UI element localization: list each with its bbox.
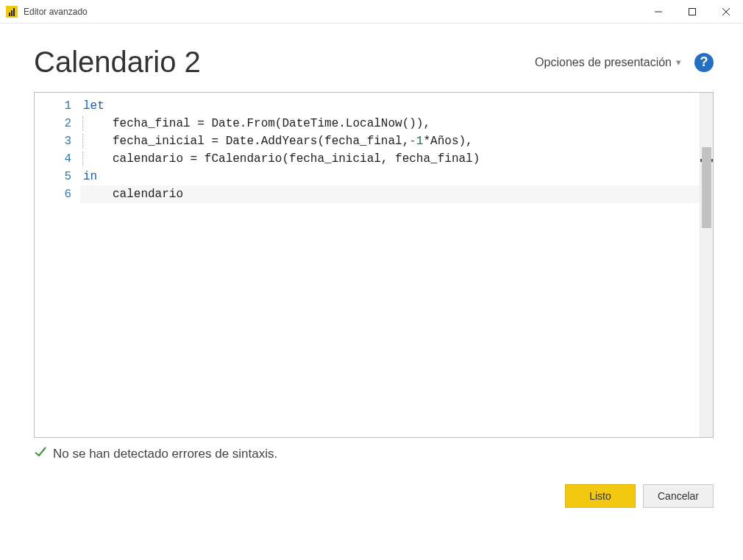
cancel-button[interactable]: Cancelar [643,484,714,508]
line-number: 3 [35,132,80,150]
content-area: Calendario 2 Opciones de presentación ▾ … [0,24,743,560]
check-icon [34,445,47,462]
close-button[interactable] [709,0,743,23]
code-line: in [80,168,700,185]
display-options-dropdown[interactable]: Opciones de presentación ▾ [535,56,681,69]
window-title: Editor avanzado [24,7,88,17]
code-line: calendario = fCalendario(fecha_inicial, … [80,150,700,168]
code-line-active: calendario [80,185,700,203]
status-row: No se han detectado errores de sintaxis. [34,445,714,462]
titlebar-left[interactable]: Editor avanzado [0,0,641,23]
scrollbar-thumb[interactable] [702,147,711,228]
window-controls [641,0,743,23]
code-text-area[interactable]: let fecha_final = Date.From(DateTime.Loc… [80,93,700,437]
line-number: 5 [35,168,80,185]
line-number: 1 [35,97,80,115]
powerbi-icon [6,6,18,18]
code-line: fecha_final = Date.From(DateTime.LocalNo… [80,115,700,132]
minimize-button[interactable] [641,0,675,23]
titlebar: Editor avanzado [0,0,743,24]
line-number: 2 [35,115,80,132]
code-editor[interactable]: 1 2 3 4 5 6 let fecha_final = Date.From(… [34,92,714,438]
done-button[interactable]: Listo [565,484,636,508]
code-line: let [80,97,700,115]
line-number-gutter: 1 2 3 4 5 6 [35,93,80,437]
query-title: Calendario 2 [34,46,535,79]
help-icon[interactable]: ? [694,53,714,72]
scrollbar-vertical[interactable] [700,93,713,437]
button-row: Listo Cancelar [34,484,714,508]
header-row: Calendario 2 Opciones de presentación ▾ … [34,46,714,79]
line-number: 4 [35,150,80,168]
chevron-down-icon: ▾ [676,57,681,68]
display-options-label: Opciones de presentación [535,56,672,69]
code-line: fecha_inicial = Date.AddYears(fecha_fina… [80,132,700,150]
maximize-button[interactable] [675,0,709,23]
svg-rect-1 [689,8,696,15]
line-number: 6 [35,185,80,203]
status-message: No se han detectado errores de sintaxis. [53,447,277,461]
